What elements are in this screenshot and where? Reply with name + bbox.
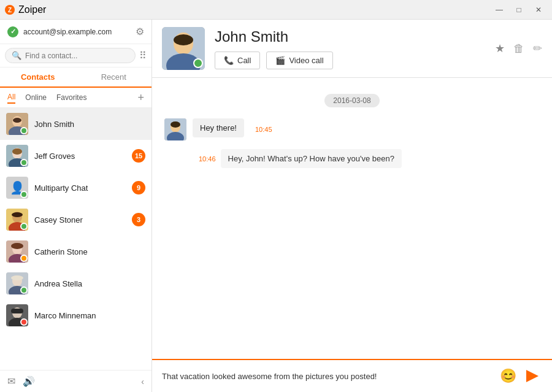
date-badge: 2016-03-08 xyxy=(324,94,379,107)
message-input[interactable] xyxy=(162,372,494,381)
message-time: 10:45 xyxy=(255,126,272,133)
avatar-wrap xyxy=(6,272,28,294)
call-button[interactable]: 📞 Call xyxy=(215,52,260,69)
list-item[interactable]: Catherin Stone xyxy=(0,236,151,267)
status-dot-online xyxy=(20,159,28,166)
left-bottom-bar: ✉ 🔊 ‹ xyxy=(0,370,151,392)
contact-info: John Smith 📞 Call 🎬 Video call xyxy=(215,28,485,69)
status-dot-online xyxy=(20,286,28,294)
contact-name: Catherin Stone xyxy=(34,247,145,256)
tab-contacts[interactable]: Contacts xyxy=(0,67,76,86)
unread-badge: 9 xyxy=(132,181,145,194)
account-row: account@sip.example.com ⚙ xyxy=(0,20,151,44)
contact-name: Multiparty Chat xyxy=(34,183,126,193)
contact-status-dot xyxy=(193,58,203,68)
search-input-wrap: 🔍 xyxy=(5,48,136,63)
status-dot-offline xyxy=(20,318,28,326)
list-item[interactable]: John Smith xyxy=(0,108,151,140)
reply-time: 10:46 xyxy=(199,155,216,163)
right-panel: John Smith 📞 Call 🎬 Video call ★ 🗑 ✏ xyxy=(152,20,552,392)
volume-icon[interactable]: 🔊 xyxy=(23,375,35,387)
app-title: Zoiper xyxy=(18,4,46,15)
filter-row: All Online Favorites + xyxy=(0,88,151,108)
list-item[interactable]: Casey Stoner 3 xyxy=(0,204,151,236)
svg-point-33 xyxy=(171,121,180,128)
maximize-button[interactable]: □ xyxy=(510,3,527,17)
contact-name: Casey Stoner xyxy=(34,215,126,225)
add-contact-button[interactable]: + xyxy=(137,92,144,103)
contact-name: John Smith xyxy=(34,120,145,129)
input-area: 😊 xyxy=(152,359,552,392)
search-row: 🔍 ⠿ xyxy=(0,44,151,67)
filter-favorites[interactable]: Favorites xyxy=(56,92,86,103)
list-item[interactable]: Marco Minneman xyxy=(0,299,151,331)
video-call-button[interactable]: 🎬 Video call xyxy=(266,52,332,69)
search-input[interactable] xyxy=(25,52,129,60)
search-icon: 🔍 xyxy=(12,51,21,60)
message-avatar xyxy=(164,118,186,140)
svg-point-9 xyxy=(12,148,22,155)
contact-name: Andrea Stella xyxy=(34,279,145,288)
avatar-wrap xyxy=(6,145,28,167)
contact-actions: 📞 Call 🎬 Video call xyxy=(215,52,485,69)
video-call-label: Video call xyxy=(289,56,323,65)
avatar-wrap xyxy=(6,240,28,263)
svg-point-13 xyxy=(12,212,23,217)
contact-list: John Smith Jeff Groves 15 xyxy=(0,108,151,370)
contact-header: John Smith 📞 Call 🎬 Video call ★ 🗑 ✏ xyxy=(152,20,552,78)
msg-avatar-image xyxy=(164,118,186,140)
reply-row: 10:46 Hey, John! What's up? How have you… xyxy=(164,145,540,172)
contact-name: Jeff Groves xyxy=(34,152,126,161)
edit-icon[interactable]: ✏ xyxy=(533,42,542,55)
filter-all[interactable]: All xyxy=(7,91,15,104)
unread-badge: 3 xyxy=(132,213,145,226)
avatar-wrap xyxy=(6,113,28,135)
envelope-icon[interactable]: ✉ xyxy=(7,375,15,387)
tab-recent[interactable]: Recent xyxy=(76,67,152,86)
avatar-wrap: 👤 xyxy=(6,177,28,199)
svg-rect-25 xyxy=(11,309,23,313)
reply-bubble: Hey, John! What's up? How have you've be… xyxy=(221,149,402,168)
svg-point-21 xyxy=(11,275,23,280)
account-email: account@sip.example.com xyxy=(23,28,131,36)
status-dot-away xyxy=(20,255,28,262)
status-dot-online xyxy=(20,191,28,198)
call-label: Call xyxy=(237,56,251,65)
account-status-icon xyxy=(7,26,18,37)
avatar-wrap xyxy=(6,209,28,231)
gear-icon[interactable]: ⚙ xyxy=(136,26,144,37)
status-dot-online xyxy=(20,223,28,230)
close-button[interactable]: ✕ xyxy=(530,3,547,17)
contact-name-header: John Smith xyxy=(215,28,485,45)
delete-icon[interactable]: 🗑 xyxy=(513,42,524,55)
filter-online[interactable]: Online xyxy=(25,92,47,103)
minimize-button[interactable]: — xyxy=(491,3,508,17)
favorite-star-icon[interactable]: ★ xyxy=(495,42,505,55)
list-item[interactable]: 👤 Multiparty Chat 9 xyxy=(0,172,151,204)
emoji-button[interactable]: 😊 xyxy=(500,368,516,384)
back-arrow-icon[interactable]: ‹ xyxy=(141,377,144,386)
svg-point-17 xyxy=(11,243,23,249)
main-layout: account@sip.example.com ⚙ 🔍 ⠿ Contacts R… xyxy=(0,20,552,392)
chat-area: 2016-03-08 Hey there! 10:45 10:46 Hey, xyxy=(152,78,552,359)
titlebar-controls: — □ ✕ xyxy=(491,3,547,17)
left-panel: account@sip.example.com ⚙ 🔍 ⠿ Contacts R… xyxy=(0,20,152,392)
video-icon: 🎬 xyxy=(275,56,285,65)
message-bubble: Hey there! xyxy=(193,118,244,137)
list-item[interactable]: Jeff Groves 15 xyxy=(0,140,151,172)
send-button[interactable] xyxy=(523,366,542,386)
avatar-wrap xyxy=(6,304,28,326)
contact-avatar-wrap xyxy=(162,27,205,70)
status-dot-online xyxy=(20,127,28,134)
zoiper-logo-icon: Z xyxy=(5,5,15,15)
list-item[interactable]: Andrea Stella xyxy=(0,267,151,299)
contact-tools: ★ 🗑 ✏ xyxy=(495,42,542,55)
phone-icon: 📞 xyxy=(224,56,234,65)
svg-text:Z: Z xyxy=(8,7,12,13)
unread-badge: 15 xyxy=(132,149,145,163)
dialpad-icon[interactable]: ⠿ xyxy=(139,50,147,61)
title-bar: Z Zoiper — □ ✕ xyxy=(0,0,552,20)
svg-point-29 xyxy=(174,34,193,45)
send-arrow-icon xyxy=(526,370,539,382)
svg-point-5 xyxy=(13,118,21,123)
